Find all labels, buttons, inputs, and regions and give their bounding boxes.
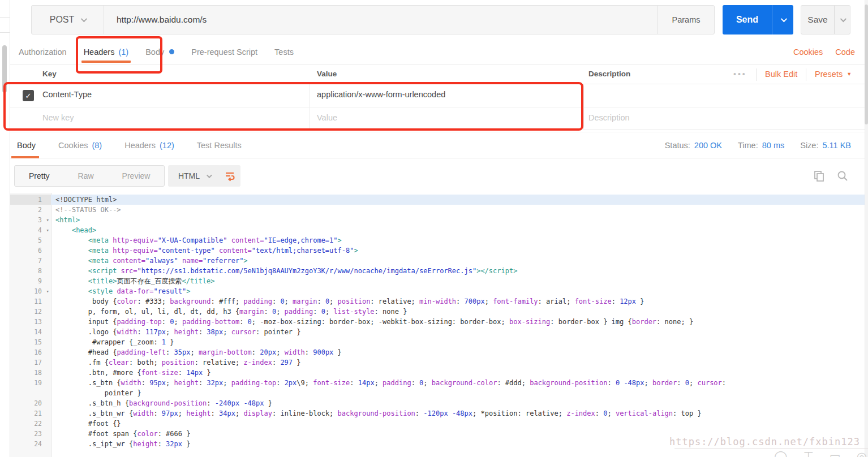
line-number-gutter: 21 — [10, 408, 51, 419]
save-button[interactable]: Save — [801, 5, 850, 35]
viewer-actions — [813, 165, 849, 187]
chevron-down-icon — [81, 16, 87, 22]
size-value: 5.11 KB — [822, 141, 851, 150]
cookies-count-badge: (8) — [92, 141, 102, 150]
caret-down-icon: ▼ — [846, 71, 852, 77]
chevron-down-icon — [840, 16, 846, 22]
line-number-gutter: 4▾ — [10, 225, 51, 235]
tab-body[interactable]: Body — [145, 40, 174, 64]
line-number-gutter — [10, 388, 51, 398]
row-checkbox[interactable]: ✓ — [23, 90, 34, 101]
divider — [0, 32, 10, 33]
response-tab-body[interactable]: Body — [17, 132, 36, 158]
save-options-caret[interactable] — [834, 6, 850, 34]
chevron-down-icon — [207, 173, 212, 178]
url-input[interactable]: http://www.baidu.com/s — [104, 6, 658, 34]
chevron-down-icon — [780, 16, 787, 22]
status-indicator: Status: 200 OK — [665, 141, 722, 150]
code-line: pointer } — [10, 388, 865, 398]
params-button[interactable]: Params — [658, 6, 714, 34]
line-number-gutter: 15 — [10, 337, 51, 347]
response-body-code-viewer[interactable]: 1<!DOCTYPE html>2<!--STATUS OK-->3▾<html… — [10, 193, 865, 457]
watermark-text: https://blog.csdn.net/fxbin123 — [669, 436, 860, 447]
copy-icon[interactable] — [813, 170, 825, 182]
postman-window: POST http://www.baidu.com/s Params Send … — [0, 0, 868, 457]
line-number-gutter: 24 — [10, 439, 51, 449]
method-dropdown[interactable]: POST — [32, 6, 104, 34]
bulk-edit-button[interactable]: Bulk Edit — [765, 64, 797, 84]
right-scrollbar-thumb[interactable] — [865, 5, 868, 124]
cookies-link[interactable]: Cookies — [793, 48, 823, 57]
column-header-value: Value — [317, 70, 337, 78]
new-value-input[interactable]: Value — [317, 113, 337, 122]
tab-tests[interactable]: Tests — [274, 40, 294, 64]
code-line: 2<!--STATUS OK--> — [10, 205, 865, 215]
code-line: 19 .s_btn {width: 95px; height: 32px; pa… — [10, 378, 865, 388]
headers-count-badge: (1) — [118, 48, 128, 57]
fold-arrow-icon[interactable]: ▾ — [46, 286, 49, 296]
body-modified-dot-icon — [169, 49, 174, 54]
fold-arrow-icon[interactable]: ▾ — [46, 225, 49, 235]
fold-arrow-icon[interactable]: ▾ — [46, 215, 49, 225]
response-tabs-bar: Body Cookies (8) Headers (12) Test Resul… — [10, 132, 865, 158]
divider — [583, 84, 584, 107]
tab-pre-request-script[interactable]: Pre-request Script — [191, 40, 257, 64]
divider — [806, 68, 806, 81]
request-tabs: Authorization Headers (1) Body Pre-reque… — [10, 40, 865, 64]
wrap-lines-icon — [224, 170, 235, 182]
code-line: 21 .s_btn_wr {width: 97px; height: 34px;… — [10, 408, 865, 419]
code-line: 9 <title>页面不存在_百度搜索</title> — [10, 276, 865, 286]
new-key-input[interactable]: New key — [42, 113, 74, 122]
response-tab-headers[interactable]: Headers (12) — [124, 132, 174, 158]
status-value: 200 OK — [694, 141, 722, 150]
line-number-gutter: 11 — [10, 296, 51, 307]
column-icon: ⊤ — [803, 450, 814, 457]
response-headers-count-badge: (12) — [160, 141, 174, 150]
line-number-gutter: 13 — [10, 317, 51, 327]
more-options-icon[interactable]: ••• — [733, 64, 747, 84]
circle-icon: ◯ — [774, 450, 788, 457]
time-indicator: Time: 80 ms — [738, 141, 784, 150]
tab-authorization[interactable]: Authorization — [19, 40, 67, 64]
divider — [756, 68, 757, 81]
column-header-description: Description — [588, 70, 630, 78]
divider — [310, 107, 310, 129]
line-number-gutter: 18 — [10, 368, 51, 378]
code-line: 15 #wrapper {_zoom: 1 } — [10, 337, 865, 347]
kv-key-cell[interactable]: Content-Type — [42, 90, 92, 99]
response-tab-cookies[interactable]: Cookies (8) — [58, 132, 102, 158]
line-number-gutter: 2 — [10, 205, 51, 215]
mode-preview[interactable]: Preview — [108, 166, 165, 186]
mode-raw[interactable]: Raw — [64, 166, 108, 186]
tab-headers[interactable]: Headers (1) — [84, 40, 129, 64]
code-link[interactable]: Code — [835, 48, 855, 57]
mode-pretty[interactable]: Pretty — [15, 166, 64, 186]
search-icon[interactable] — [836, 170, 849, 182]
left-scrollbar-thumb[interactable] — [2, 45, 7, 93]
new-description-input[interactable]: Description — [588, 113, 630, 122]
line-number-gutter: 23 — [10, 429, 51, 439]
language-dropdown[interactable]: HTML — [168, 165, 221, 187]
request-url-bar: POST http://www.baidu.com/s Params Send … — [10, 0, 865, 38]
code-line: 8 <script src="https://ss1.bdstatic.com/… — [10, 266, 865, 276]
presets-dropdown[interactable]: Presets ▼ — [815, 64, 852, 84]
response-tab-test-results[interactable]: Test Results — [197, 132, 242, 158]
line-number-gutter: 17 — [10, 357, 51, 368]
code-line: 22 #foot {} — [10, 419, 865, 429]
target-icon: ◎ — [857, 450, 867, 457]
kv-table-header: Key Value Description ••• Bulk Edit Pres… — [10, 64, 865, 84]
code-lines: 1<!DOCTYPE html>2<!--STATUS OK-->3▾<html… — [10, 193, 865, 449]
send-button[interactable]: Send — [723, 5, 793, 35]
send-options-caret[interactable] — [772, 5, 793, 35]
url-value: http://www.baidu.com/s — [117, 15, 207, 25]
code-line: 1<!DOCTYPE html> — [10, 195, 865, 205]
right-scrollbar-track[interactable] — [865, 0, 868, 457]
kv-value-cell[interactable]: application/x-www-form-urlencoded — [317, 90, 445, 99]
size-indicator: Size: 5.11 KB — [800, 141, 851, 150]
line-number-gutter: 1 — [10, 195, 51, 205]
send-label: Send — [723, 5, 772, 35]
header-row-content-type: ✓ Content-Type application/x-www-form-ur… — [10, 84, 865, 107]
line-number-gutter: 3▾ — [10, 215, 51, 225]
wrap-lines-button[interactable] — [219, 165, 240, 187]
column-header-key: Key — [42, 70, 57, 78]
